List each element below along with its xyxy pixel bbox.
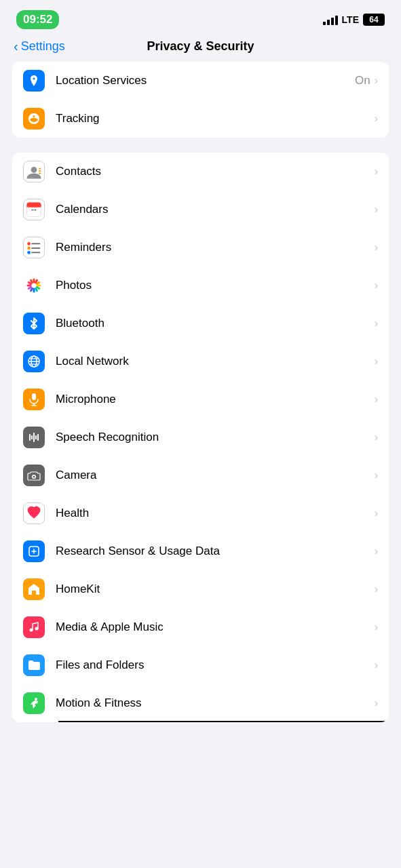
tracking-label: Tracking	[56, 112, 375, 125]
signal-bar-4	[335, 16, 338, 25]
research-sensor-item[interactable]: Research Sensor & Usage Data ›	[12, 532, 389, 570]
chevron-right-icon: ›	[375, 165, 378, 178]
chevron-left-icon: ‹	[14, 39, 18, 54]
research-sensor-label: Research Sensor & Usage Data	[56, 545, 375, 558]
speech-recognition-item[interactable]: Speech Recognition ›	[12, 418, 389, 456]
photos-label: Photos	[56, 279, 375, 292]
svg-text:···: ···	[31, 207, 36, 214]
homekit-item[interactable]: HomeKit ›	[12, 570, 389, 608]
media-apple-music-item[interactable]: Media & Apple Music ›	[12, 608, 389, 646]
svg-point-1	[31, 167, 37, 173]
signal-bar-2	[327, 20, 330, 25]
svg-point-46	[30, 629, 33, 632]
media-apple-music-icon	[23, 616, 45, 638]
media-apple-music-label: Media & Apple Music	[56, 620, 375, 634]
speech-recognition-icon	[23, 427, 45, 448]
calendars-icon: ···	[23, 199, 45, 220]
svg-rect-39	[33, 433, 35, 442]
section-permissions: Contacts › ··· Calendars ›	[12, 153, 389, 722]
camera-label: Camera	[56, 469, 375, 482]
tracking-item[interactable]: Tracking ›	[12, 100, 389, 138]
chevron-right-icon: ›	[375, 659, 378, 671]
health-icon	[23, 502, 45, 524]
microphone-label: Microphone	[56, 393, 375, 406]
health-item[interactable]: Health ›	[12, 494, 389, 532]
chevron-right-icon: ›	[375, 203, 378, 216]
location-services-label: Location Services	[56, 74, 355, 87]
reminders-label: Reminders	[56, 241, 375, 254]
microphone-icon	[23, 389, 45, 410]
svg-line-19	[37, 283, 39, 284]
battery-container: 64	[363, 14, 385, 26]
svg-rect-2	[39, 168, 41, 170]
svg-line-22	[36, 288, 37, 290]
contacts-label: Contacts	[56, 165, 375, 178]
chevron-right-icon: ›	[375, 355, 378, 368]
motion-underline	[58, 721, 389, 722]
bluetooth-item[interactable]: Bluetooth ›	[12, 304, 389, 342]
chevron-right-icon: ›	[375, 393, 378, 406]
nav-header: ‹ Settings Privacy & Security	[0, 34, 401, 62]
svg-point-43	[33, 476, 35, 478]
svg-point-47	[35, 627, 39, 631]
local-network-icon	[23, 351, 45, 372]
svg-point-10	[27, 242, 31, 245]
chevron-right-icon: ›	[375, 279, 378, 292]
bluetooth-label: Bluetooth	[56, 317, 375, 330]
files-folders-icon	[23, 654, 45, 676]
speech-recognition-label: Speech Recognition	[56, 431, 375, 444]
homekit-icon	[23, 578, 45, 600]
signal-bar-3	[331, 18, 334, 25]
page-title: Privacy & Security	[147, 39, 254, 54]
chevron-right-icon: ›	[375, 113, 378, 125]
motion-fitness-item[interactable]: Motion & Fitness ›	[12, 684, 389, 722]
svg-rect-15	[31, 252, 40, 254]
files-folders-label: Files and Folders	[56, 658, 375, 672]
back-button[interactable]: ‹ Settings	[14, 39, 65, 54]
chevron-right-icon: ›	[375, 75, 378, 87]
chevron-right-icon: ›	[375, 545, 378, 557]
location-services-item[interactable]: Location Services On ›	[12, 62, 389, 100]
chevron-right-icon: ›	[375, 697, 378, 709]
local-network-item[interactable]: Local Network ›	[12, 342, 389, 380]
photos-icon	[23, 275, 45, 296]
microphone-item[interactable]: Microphone ›	[12, 380, 389, 418]
research-sensor-icon	[23, 540, 45, 562]
files-folders-item[interactable]: Files and Folders ›	[12, 646, 389, 684]
svg-line-24	[31, 288, 33, 290]
svg-rect-11	[31, 243, 40, 245]
lte-label: LTE	[342, 14, 359, 25]
svg-point-48	[35, 698, 37, 701]
signal-bars	[323, 14, 338, 25]
location-services-value: On	[355, 74, 370, 87]
svg-rect-41	[37, 434, 39, 441]
signal-bar-1	[323, 22, 326, 25]
status-right: LTE 64	[323, 14, 385, 26]
camera-item[interactable]: Camera ›	[12, 456, 389, 494]
svg-rect-40	[35, 435, 37, 439]
homekit-label: HomeKit	[56, 583, 375, 596]
svg-point-14	[27, 251, 31, 254]
svg-line-27	[28, 283, 31, 284]
reminders-icon	[23, 237, 45, 258]
status-time: 09:52	[16, 10, 59, 29]
contacts-item[interactable]: Contacts ›	[12, 153, 389, 191]
tracking-icon	[23, 108, 45, 130]
calendars-item[interactable]: ··· Calendars ›	[12, 191, 389, 229]
photos-item[interactable]: Photos ›	[12, 267, 389, 304]
svg-rect-37	[29, 434, 31, 441]
svg-line-28	[31, 280, 33, 282]
calendars-label: Calendars	[56, 203, 375, 216]
motion-fitness-label: Motion & Fitness	[56, 696, 375, 710]
svg-rect-4	[39, 173, 41, 174]
svg-line-21	[37, 288, 39, 289]
svg-rect-34	[32, 393, 36, 400]
status-bar: 09:52 LTE 64	[0, 0, 401, 34]
motion-fitness-icon	[23, 692, 45, 714]
chevron-right-icon: ›	[375, 317, 378, 330]
bluetooth-icon	[23, 313, 45, 334]
section-location-tracking: Location Services On › Tracking ›	[12, 62, 389, 138]
chevron-right-icon: ›	[375, 507, 378, 519]
reminders-item[interactable]: Reminders ›	[12, 229, 389, 267]
chevron-right-icon: ›	[375, 431, 378, 443]
